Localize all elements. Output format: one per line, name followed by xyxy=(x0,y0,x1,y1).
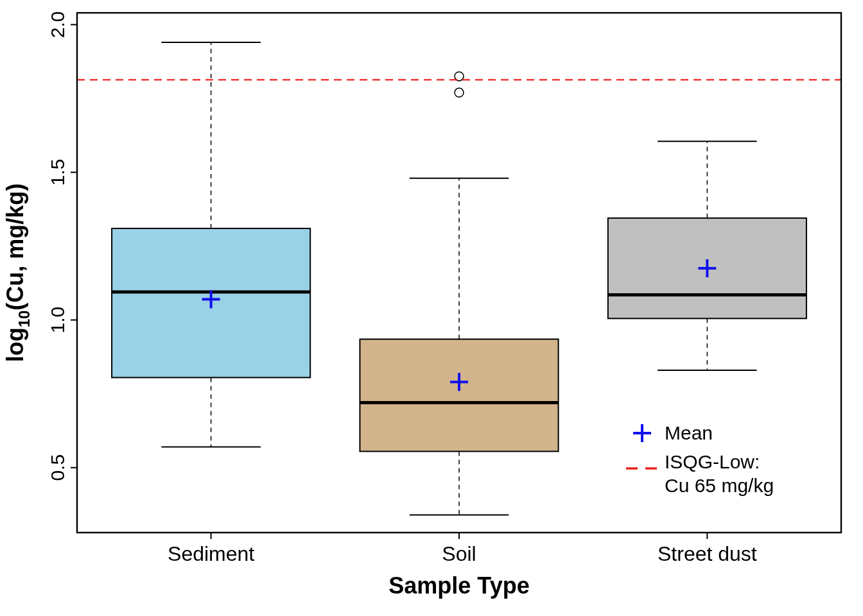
y-tick-label: 0.5 xyxy=(47,454,68,481)
box xyxy=(360,339,558,452)
y-axis-label: log10(Cu, mg/kg) xyxy=(2,184,33,363)
x-tick-label: Street dust xyxy=(658,542,757,565)
y-tick-label: 1.0 xyxy=(47,307,68,334)
y-tick-label: 2.0 xyxy=(47,12,68,38)
x-tick-label: Sediment xyxy=(168,542,254,565)
y-tick-label: 1.5 xyxy=(47,159,68,186)
x-axis-label: Sample Type xyxy=(388,572,529,599)
outlier-point xyxy=(455,88,464,97)
x-tick-label: Soil xyxy=(442,542,476,565)
legend-mean-label: Mean xyxy=(665,422,713,443)
boxplot-chart: 0.51.01.52.0SedimentSoilStreet dustSampl… xyxy=(0,0,863,616)
legend-hline-label: ISQG-Low: xyxy=(665,451,760,472)
legend-hline-label: Cu 65 mg/kg xyxy=(665,475,774,496)
